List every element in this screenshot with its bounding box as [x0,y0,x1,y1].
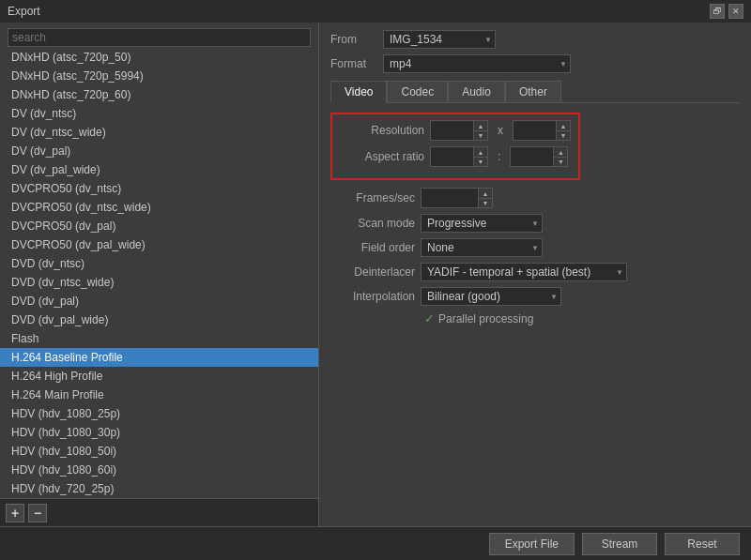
format-dropdown-wrapper: mp4 [383,54,571,73]
list-item[interactable]: DVCPRO50 (dv_ntsc_wide) [0,198,318,217]
resolution-width-down[interactable]: ▼ [474,130,487,140]
export-window: Export 🗗 ✕ DNxHD (atsc_1080p_5994)DNxHD … [0,0,751,560]
list-item[interactable]: HDV (hdv_1080_60i) [0,461,318,479]
frames-row: Frames/sec 29.983 ▲ ▼ [330,188,740,208]
aspect-width-input[interactable]: 9 [431,148,473,165]
resolution-width-input[interactable]: 1080 [431,122,473,139]
frames-label: Frames/sec [330,191,415,204]
list-item[interactable]: H.264 Baseline Profile [0,348,318,367]
list-item[interactable]: DVD (dv_ntsc_wide) [0,273,318,292]
scan-mode-dropdown[interactable]: Progressive [421,214,543,233]
left-bottom-bar: + − [0,498,318,526]
list-item[interactable]: H.264 High Profile [0,367,318,386]
deinterlacer-dropdown[interactable]: YADIF - temporal + spatial (best) [421,263,627,281]
aspect-height-arrows: ▲ ▼ [553,147,567,166]
deinterlacer-dropdown-wrapper: YADIF - temporal + spatial (best) [421,263,627,281]
list-item[interactable]: H.264 Main Profile [0,386,318,404]
deinterlacer-label: Deinterlacer [330,265,415,279]
search-input[interactable] [8,28,311,47]
list-item[interactable]: DV (dv_ntsc_wide) [0,123,318,142]
interpolation-label: Interpolation [330,290,415,303]
export-file-button[interactable]: Export File [489,533,575,555]
list-item[interactable]: DVCPRO50 (dv_pal) [0,217,318,235]
preset-list[interactable]: DNxHD (atsc_1080p_5994)DNxHD (atsc_1080p… [0,53,318,498]
interpolation-row: Interpolation Bilinear (good) [330,287,740,306]
list-item[interactable]: Flash [0,329,318,348]
aspect-ratio-row: Aspect ratio 9 ▲ ▼ : 16 ▲ [340,146,571,167]
restore-button[interactable]: 🗗 [710,4,725,19]
resolution-width-arrows: ▲ ▼ [473,121,487,140]
from-dropdown[interactable]: IMG_1534 [383,30,496,49]
resolution-width-up[interactable]: ▲ [474,121,487,130]
frames-arrows: ▲ ▼ [478,189,492,207]
list-item[interactable]: DVCPRO50 (dv_pal_wide) [0,235,318,254]
list-item[interactable]: DVD (dv_pal) [0,292,318,310]
resolution-label: Resolution [340,124,424,137]
aspect-width-arrows: ▲ ▼ [473,147,487,166]
list-item[interactable]: DV (dv_ntsc) [0,104,318,123]
from-label: From [330,33,377,46]
highlighted-settings: Resolution 1080 ▲ ▼ x 1920 ▲ [330,113,580,180]
resolution-row: Resolution 1080 ▲ ▼ x 1920 ▲ [340,120,571,141]
aspect-height-spinbox: 16 ▲ ▼ [510,146,568,167]
format-row: Format mp4 [330,54,740,73]
tab-video[interactable]: Video [330,81,387,103]
add-preset-button[interactable]: + [6,504,24,522]
aspect-height-up[interactable]: ▲ [554,147,567,157]
main-content: DNxHD (atsc_1080p_5994)DNxHD (atsc_1080p… [0,23,751,526]
list-item[interactable]: DNxHD (atsc_720p_60) [0,85,318,104]
stream-button[interactable]: Stream [582,533,657,555]
list-item[interactable]: DV (dv_pal) [0,142,318,160]
tab-audio[interactable]: Audio [448,81,505,102]
resolution-height-input[interactable]: 1920 [513,122,556,139]
list-item[interactable]: HDV (hdv_720_25p) [0,479,318,498]
list-item[interactable]: DVD (dv_ntsc) [0,254,318,273]
frames-up[interactable]: ▲ [479,189,492,198]
resolution-height-arrows: ▲ ▼ [556,121,570,140]
aspect-height-input[interactable]: 16 [511,148,553,165]
resolution-height-up[interactable]: ▲ [557,121,570,130]
interpolation-dropdown[interactable]: Bilinear (good) [421,287,561,306]
list-item[interactable]: HDV (hdv_1080_25p) [0,404,318,423]
left-panel: DNxHD (atsc_1080p_5994)DNxHD (atsc_1080p… [0,23,319,526]
list-item[interactable]: HDV (hdv_1080_30p) [0,423,318,442]
aspect-width-up[interactable]: ▲ [474,147,487,157]
interpolation-dropdown-wrapper: Bilinear (good) [421,287,561,306]
frames-input[interactable]: 29.983 [421,189,478,206]
x-separator: x [498,124,503,137]
format-label: Format [330,57,377,70]
resolution-width-spinbox: 1080 ▲ ▼ [430,120,488,141]
title-bar: Export 🗗 ✕ [0,0,751,23]
parallel-label: Parallel processing [438,312,533,325]
title-bar-buttons: 🗗 ✕ [710,4,743,19]
format-dropdown[interactable]: mp4 [383,54,571,73]
tab-other[interactable]: Other [505,81,561,102]
right-panel: From IMG_1534 Format mp4 Video [319,23,751,526]
aspect-label: Aspect ratio [340,150,424,163]
settings-area: Resolution 1080 ▲ ▼ x 1920 ▲ [330,113,740,519]
list-item[interactable]: DV (dv_pal_wide) [0,160,318,179]
aspect-height-down[interactable]: ▼ [554,157,567,166]
list-item[interactable]: DVCPRO50 (dv_ntsc) [0,179,318,198]
remove-preset-button[interactable]: − [28,504,47,522]
from-dropdown-wrapper: IMG_1534 [383,30,496,49]
list-item[interactable]: HDV (hdv_1080_50i) [0,442,318,461]
aspect-width-down[interactable]: ▼ [474,157,487,166]
close-button[interactable]: ✕ [728,4,743,19]
list-item[interactable]: DNxHD (atsc_720p_50) [0,53,318,67]
list-item[interactable]: DNxHD (atsc_720p_5994) [0,67,318,85]
list-item[interactable]: DVD (dv_pal_wide) [0,310,318,329]
frames-down[interactable]: ▼ [479,198,492,207]
field-order-row: Field order None [330,238,740,257]
reset-button[interactable]: Reset [665,533,740,555]
scan-mode-dropdown-wrapper: Progressive [421,214,543,233]
search-bar [0,23,318,53]
tab-codec[interactable]: Codec [387,81,448,102]
field-order-dropdown[interactable]: None [421,238,543,257]
checkmark-icon: ✓ [424,311,435,325]
resolution-height-spinbox: 1920 ▲ ▼ [513,120,571,141]
scan-mode-label: Scan mode [330,217,415,230]
colon-separator: : [498,150,500,163]
field-order-label: Field order [330,241,415,254]
resolution-height-down[interactable]: ▼ [557,130,570,140]
